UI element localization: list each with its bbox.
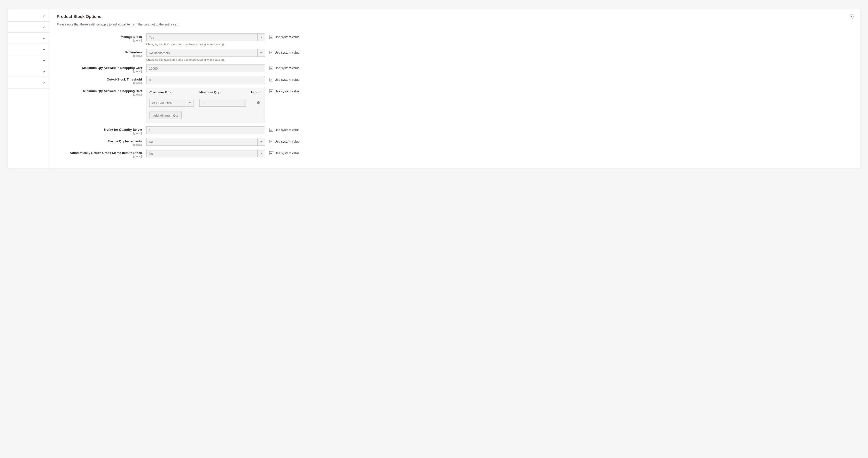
use-system-value-label: Use system value [275, 35, 300, 39]
auto-return-select[interactable]: No [146, 150, 265, 158]
qty-increments-select[interactable]: No [146, 138, 265, 146]
chevron-down-icon [42, 70, 45, 73]
scope-label: [global] [57, 155, 142, 158]
sidebar-item[interactable] [7, 66, 50, 77]
use-system-value-checkbox[interactable] [269, 66, 273, 70]
sidebar-item[interactable] [7, 44, 50, 55]
sidebar-item[interactable] [7, 22, 50, 33]
chevron-down-icon [257, 34, 265, 41]
use-system-value-checkbox[interactable] [269, 51, 273, 54]
sidebar-item[interactable] [7, 33, 50, 44]
delete-row-button[interactable] [256, 102, 260, 105]
field-hint: Changing can take some time due to proce… [146, 58, 265, 61]
use-system-value-label: Use system value [275, 89, 300, 93]
scope-label: [global] [57, 132, 142, 135]
chevron-down-icon [42, 59, 45, 62]
use-system-value-label: Use system value [275, 140, 300, 143]
chevron-down-icon [257, 49, 265, 57]
table-header: Minimum Qty [199, 90, 247, 94]
main-content: Product Stock Options Please note that t… [50, 9, 861, 169]
field-label: Enable Qty Increments [57, 139, 142, 143]
min-qty-table: Customer Group Minimum Qty Action ALL GR… [146, 88, 265, 123]
chevron-down-icon [42, 15, 45, 18]
field-label: Maximum Qty Allowed in Shopping Cart [57, 66, 142, 69]
table-header: Action [247, 90, 262, 94]
field-label: Automatically Return Credit Memo Item to… [57, 151, 142, 155]
sidebar-item[interactable] [7, 77, 50, 88]
chevron-down-icon [42, 26, 45, 29]
customer-group-select[interactable]: ALL GROUPS [149, 99, 193, 107]
backorders-select[interactable]: No Backorders [146, 49, 265, 57]
add-minimum-qty-button[interactable]: Add Minimum Qty [149, 112, 182, 119]
trash-icon [256, 101, 260, 105]
use-system-value-checkbox[interactable] [269, 89, 273, 93]
scope-label: [global] [57, 93, 142, 96]
sidebar-item[interactable] [7, 55, 50, 66]
config-panel: Product Stock Options Please note that t… [7, 9, 861, 169]
use-system-value-label: Use system value [275, 78, 300, 82]
chevron-down-icon [42, 48, 45, 51]
use-system-value-checkbox[interactable] [269, 151, 273, 155]
collapse-section-button[interactable] [849, 14, 854, 19]
table-header: Customer Group [149, 90, 199, 94]
chevron-down-icon [257, 150, 265, 157]
chevron-down-icon [186, 99, 193, 107]
sidebar-item[interactable] [7, 10, 50, 22]
scope-label: [global] [57, 54, 142, 57]
use-system-value-checkbox[interactable] [269, 140, 273, 143]
manage-stock-select[interactable]: Yes [146, 33, 265, 41]
scope-label: [global] [57, 70, 142, 73]
scope-label: [global] [57, 39, 142, 42]
section-note: Please note that these settings apply to… [57, 23, 854, 26]
use-system-value-label: Use system value [275, 51, 300, 54]
field-label: Notify for Quantity Below [57, 128, 142, 132]
chevron-down-icon [42, 82, 45, 84]
chevron-down-icon [257, 138, 265, 145]
chevron-down-icon [42, 37, 45, 40]
sidebar [7, 9, 50, 169]
use-system-value-label: Use system value [275, 66, 300, 70]
max-qty-input[interactable]: 10000 [146, 64, 265, 72]
scope-label: [global] [57, 143, 142, 146]
oos-threshold-input[interactable]: 0 [146, 76, 265, 84]
use-system-value-label: Use system value [275, 128, 300, 132]
notify-below-input[interactable]: 1 [146, 126, 265, 134]
use-system-value-checkbox[interactable] [269, 35, 273, 39]
field-label: Manage Stock [57, 35, 142, 38]
field-hint: Changing can take some time due to proce… [146, 43, 265, 46]
use-system-value-checkbox[interactable] [269, 128, 273, 132]
field-label: Out-of-Stock Threshold [57, 78, 142, 81]
field-label: Backorders [57, 51, 142, 54]
use-system-value-checkbox[interactable] [269, 78, 273, 82]
field-label: Minimum Qty Allowed in Shopping Cart [57, 89, 142, 93]
min-qty-input[interactable]: 1 [199, 99, 246, 107]
scope-label: [global] [57, 82, 142, 84]
use-system-value-label: Use system value [275, 151, 300, 155]
section-title: Product Stock Options [57, 14, 101, 19]
table-row: ALL GROUPS 1 [147, 96, 265, 109]
